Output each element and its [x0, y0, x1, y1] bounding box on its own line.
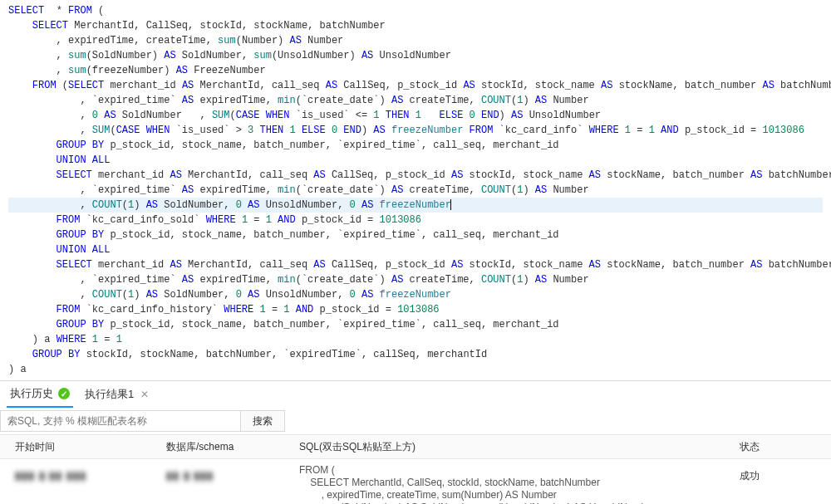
code-line: GROUP BY p_stock_id, stock_name, batch_n…	[8, 317, 823, 332]
code-line: , COUNT(1) AS SoldNumber, 0 AS UnsoldNum…	[8, 198, 823, 213]
cell-schema: ▮▮ ▮ ▮▮▮	[166, 464, 299, 482]
code-line: GROUP BY p_stock_id, stock_name, batch_n…	[8, 138, 823, 153]
panel-tabs: 执行历史 ✓ 执行结果1 ✕	[0, 381, 831, 408]
close-icon[interactable]: ✕	[139, 389, 150, 400]
code-line: FROM `kc_card_info_sold` WHERE 1 = 1 AND…	[8, 213, 823, 228]
code-line: , sum(SoldNumber) AS SoldNumber, sum(Uns…	[8, 48, 823, 63]
code-line: , expiredTime, createTime, sum(Number) A…	[8, 33, 823, 48]
code-line: FROM (SELECT merchant_id AS MerchantId, …	[8, 78, 823, 93]
history-table: 开始时间 数据库/schema SQL(双击SQL粘贴至上方) 状态 ▮▮▮ ▮…	[0, 434, 831, 504]
code-line: , COUNT(1) AS SoldNumber, 0 AS UnsoldNum…	[8, 287, 823, 302]
code-line: GROUP BY p_stock_id, stock_name, batch_n…	[8, 228, 823, 242]
code-line: , `expired_time` AS expiredTime, min(`cr…	[8, 272, 823, 287]
cell-start-time: ▮▮▮ ▮ ▮▮ ▮▮▮	[0, 464, 166, 482]
execution-panel: 执行历史 ✓ 执行结果1 ✕ 搜索 开始时间 数据库/schema SQL(双击…	[0, 380, 831, 504]
col-header-schema: 数据库/schema	[166, 440, 299, 454]
code-line: UNION ALL	[8, 153, 823, 168]
code-line: , 0 AS SoldNumber , SUM(CASE WHEN `is_us…	[8, 108, 823, 123]
cell-status: 成功	[740, 464, 831, 483]
code-line: GROUP BY stockId, stockName, batchNumber…	[8, 347, 823, 362]
code-line: , `expired_time` AS expiredTime, min(`cr…	[8, 93, 823, 108]
check-icon: ✓	[58, 388, 70, 399]
tab-result-1[interactable]: 执行结果1 ✕	[81, 382, 154, 407]
code-line: SELECT MerchantId, CallSeq, stockId, sto…	[8, 18, 823, 33]
code-line: , `expired_time` AS expiredTime, min(`cr…	[8, 183, 823, 198]
tab-history-label: 执行历史	[10, 386, 53, 401]
tab-history[interactable]: 执行历史 ✓	[7, 381, 73, 408]
code-line: SELECT merchant_id AS MerchantId, call_s…	[8, 168, 823, 183]
code-line: FROM `kc_card_info_history` WHERE 1 = 1 …	[8, 302, 823, 317]
col-header-status: 状态	[740, 440, 831, 454]
cell-sql: FROM ( SELECT MerchantId, CallSeq, stock…	[299, 464, 740, 504]
code-line: SELECT merchant_id AS MerchantId, call_s…	[8, 257, 823, 272]
code-line: , SUM(CASE WHEN `is_used` > 3 THEN 1 ELS…	[8, 123, 823, 138]
code-line: , sum(freezeNumber) AS FreezeNumber	[8, 63, 823, 78]
code-line: UNION ALL	[8, 242, 823, 257]
tab-result-label: 执行结果1	[85, 387, 134, 402]
table-header: 开始时间 数据库/schema SQL(双击SQL粘贴至上方) 状态	[0, 434, 831, 459]
code-line: ) a	[8, 362, 823, 377]
sql-editor[interactable]: SELECT * FROM ( SELECT MerchantId, CallS…	[0, 0, 831, 380]
search-bar: 搜索	[0, 408, 831, 434]
col-header-sql: SQL(双击SQL粘贴至上方)	[299, 440, 740, 454]
search-input[interactable]	[0, 410, 241, 432]
search-button[interactable]: 搜索	[241, 410, 285, 432]
code-line: ) a WHERE 1 = 1	[8, 332, 823, 347]
code-line: SELECT * FROM (	[8, 3, 823, 18]
col-header-start: 开始时间	[0, 440, 166, 454]
table-row[interactable]: ▮▮▮ ▮ ▮▮ ▮▮▮ ▮▮ ▮ ▮▮▮ FROM ( SELECT Merc…	[0, 459, 831, 504]
